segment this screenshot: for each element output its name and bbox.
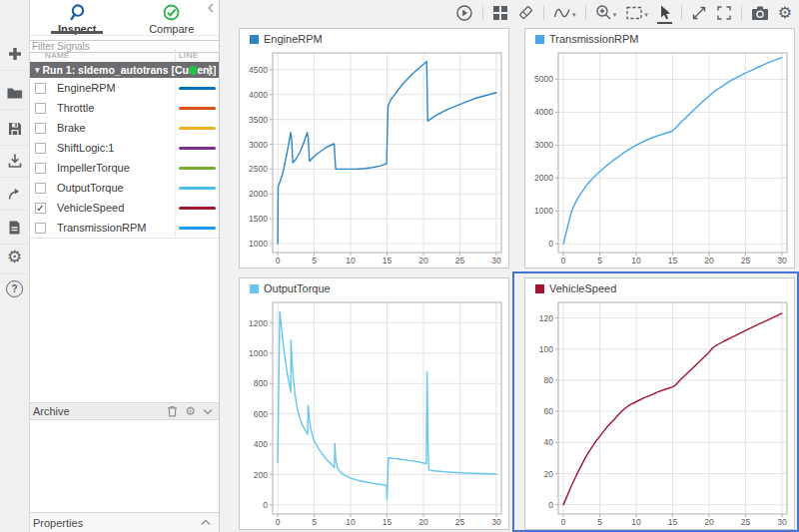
legend-swatch	[535, 35, 544, 44]
signal-options-wave-icon[interactable]: ▾	[553, 5, 576, 21]
svg-text:15: 15	[383, 517, 393, 527]
signal-checkbox[interactable]	[35, 143, 46, 154]
svg-text:2500: 2500	[249, 164, 268, 174]
legend-swatch	[535, 284, 544, 293]
svg-text:2000: 2000	[534, 173, 553, 183]
run-header-row[interactable]: ▾ Run 1: sldemo_autotrans [Current]	[30, 62, 219, 78]
subplot-legend-label: OutputTorque	[264, 282, 331, 294]
signal-checkbox[interactable]	[35, 83, 46, 94]
legend-swatch	[250, 35, 259, 44]
subplot-transmission-rpm[interactable]: TransmissionRPM 051015202530010002000300…	[524, 28, 795, 268]
svg-text:30: 30	[777, 256, 787, 266]
import-icon[interactable]	[0, 144, 29, 178]
svg-text:0: 0	[561, 256, 566, 266]
svg-text:4500: 4500	[249, 65, 268, 75]
svg-text:0: 0	[548, 239, 553, 249]
run-menu-kebab-icon[interactable]	[209, 65, 212, 76]
svg-text:25: 25	[455, 517, 465, 527]
signal-row[interactable]: Brake	[30, 118, 219, 138]
panel-tabs: Inspect Compare	[30, 0, 219, 36]
compare-check-circle-icon	[162, 3, 181, 22]
signal-line-swatch[interactable]	[179, 227, 216, 230]
subplot-engine-rpm[interactable]: EngineRPM 051015202530100015002000250030…	[239, 28, 509, 268]
pointer-tool-icon[interactable]	[657, 4, 672, 21]
signal-row[interactable]: ImpellerTorque	[30, 158, 219, 178]
help-icon[interactable]: ?	[0, 271, 29, 305]
dropdown-caret-icon: ▾	[644, 11, 648, 19]
svg-text:20: 20	[704, 517, 714, 527]
archive-label: Archive	[33, 405, 70, 417]
tab-inspect[interactable]: Inspect	[30, 0, 125, 35]
svg-text:0: 0	[276, 517, 281, 527]
transmission-rpm-chart[interactable]: 051015202530010002000300040005000	[525, 49, 794, 267]
signal-row[interactable]: ✓ VehicleSpeed	[30, 198, 219, 218]
signal-checkbox[interactable]	[35, 183, 46, 194]
run-expand-caret-icon[interactable]: ▾	[35, 65, 40, 75]
signal-line-swatch[interactable]	[179, 167, 216, 170]
signal-row[interactable]: TransmissionRPM	[30, 218, 219, 238]
archive-collapse-chevron-icon[interactable]	[203, 408, 213, 415]
svg-text:1000: 1000	[534, 206, 553, 216]
signal-line-swatch[interactable]	[179, 147, 216, 150]
signal-table-header: NAME LINE	[30, 49, 219, 62]
svg-text:10: 10	[631, 517, 641, 527]
svg-text:100: 100	[539, 344, 553, 354]
archive-trash-icon[interactable]	[167, 405, 178, 417]
svg-text:15: 15	[383, 256, 393, 266]
svg-text:3000: 3000	[534, 140, 553, 150]
create-report-icon[interactable]	[0, 211, 29, 245]
column-line-header: LINE	[175, 49, 219, 62]
signal-list: EngineRPM Throttle Brake ShiftLogic:1 Im…	[30, 78, 219, 239]
signal-checkbox[interactable]: ✓	[35, 203, 46, 214]
export-icon[interactable]	[0, 177, 29, 211]
engine-rpm-chart[interactable]: 0510152025301000150020002500300035004000…	[240, 49, 508, 267]
signal-checkbox[interactable]	[35, 103, 46, 114]
zoom-in-icon[interactable]: ▾	[595, 4, 617, 21]
preferences-gear-icon[interactable]: ⚙	[0, 241, 29, 274]
fullscreen-icon[interactable]	[716, 5, 732, 21]
svg-text:25: 25	[741, 256, 751, 266]
signal-name: ImpellerTorque	[57, 162, 175, 174]
svg-text:1500: 1500	[249, 214, 268, 224]
signal-line-swatch[interactable]	[179, 87, 216, 90]
svg-text:20: 20	[418, 517, 428, 527]
signal-line-swatch[interactable]	[179, 107, 216, 110]
archive-settings-gear-icon[interactable]: ⚙	[185, 404, 196, 418]
signal-row[interactable]: ShiftLogic:1	[30, 138, 219, 158]
signal-checkbox[interactable]	[35, 223, 46, 234]
signal-name: ShiftLogic:1	[57, 142, 175, 154]
signal-line-swatch[interactable]	[179, 187, 216, 190]
svg-text:5: 5	[597, 517, 602, 527]
svg-text:3000: 3000	[249, 140, 268, 150]
signal-checkbox[interactable]	[35, 123, 46, 134]
signal-line-swatch[interactable]	[179, 127, 216, 130]
properties-section-header[interactable]: Properties	[30, 512, 219, 532]
signal-row[interactable]: EngineRPM	[30, 78, 219, 98]
fit-to-view-icon[interactable]: ▾	[625, 5, 648, 21]
svg-text:200: 200	[254, 470, 268, 480]
subplot-output-torque[interactable]: OutputTorque 051015202530020040060080010…	[239, 277, 509, 530]
subplot-vehicle-speed[interactable]: VehicleSpeed 051015202530020406080100120	[524, 277, 795, 530]
output-torque-chart[interactable]: 051015202530020040060080010001200	[240, 298, 508, 529]
open-folder-icon[interactable]	[0, 76, 29, 110]
save-icon[interactable]	[0, 112, 29, 146]
svg-text:30: 30	[777, 517, 787, 527]
collapse-panel-icon[interactable]	[205, 2, 217, 14]
clear-subplots-eraser-icon[interactable]	[517, 4, 534, 21]
settings-gear-icon[interactable]: ⚙	[778, 3, 792, 22]
vehicle-speed-chart[interactable]: 051015202530020406080100120	[525, 298, 794, 529]
subplot-layout-icon[interactable]	[492, 5, 508, 21]
signal-row[interactable]: OutputTorque	[30, 178, 219, 198]
subplot-legend-label: VehicleSpeed	[549, 282, 616, 294]
archive-section-header[interactable]: Archive ⚙	[30, 402, 219, 420]
signal-checkbox[interactable]	[35, 163, 46, 174]
signal-name: VehicleSpeed	[57, 202, 175, 214]
properties-expand-chevron-icon[interactable]	[201, 519, 211, 526]
expand-diagonal-icon[interactable]	[691, 5, 707, 21]
dropdown-caret-icon: ▾	[613, 11, 617, 19]
add-icon[interactable]	[0, 37, 29, 71]
playback-controls-icon[interactable]	[455, 4, 473, 22]
signal-row[interactable]: Throttle	[30, 98, 219, 118]
signal-line-swatch[interactable]	[179, 207, 216, 210]
snapshot-camera-icon[interactable]	[751, 5, 769, 21]
